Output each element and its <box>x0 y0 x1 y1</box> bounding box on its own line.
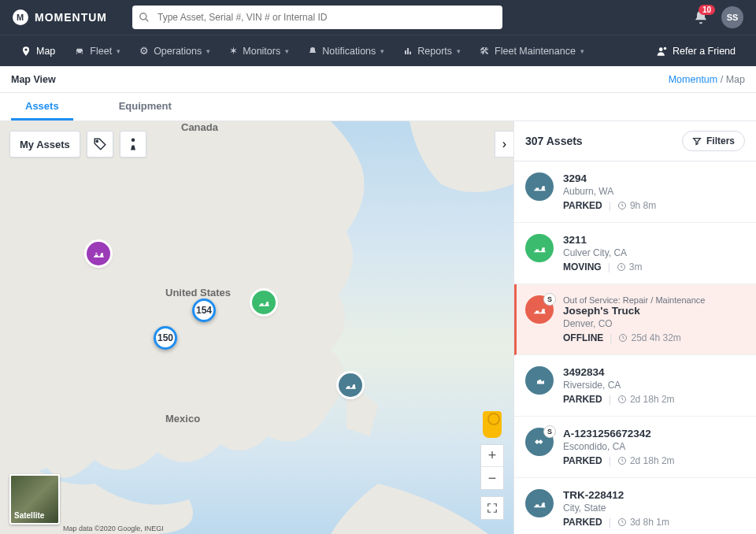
asset-status: PARKED <box>563 394 602 405</box>
nav-fleet[interactable]: Fleet▾ <box>66 41 128 61</box>
chevron-down-icon: ▾ <box>580 47 584 55</box>
notification-badge: 10 <box>699 5 715 15</box>
top-bar: M MOMENTUM 10 SS <box>0 0 756 35</box>
map-toolbar: My Assets <box>9 131 146 158</box>
asset-type-icon: S <box>525 428 554 456</box>
nav-notifications-label: Notifications <box>322 46 376 57</box>
asset-row[interactable]: SA-1231256672342Escondido, CAPARKED|2d 1… <box>514 417 756 478</box>
nav-notifications[interactable]: Notifications▾ <box>300 41 392 61</box>
map-cluster-154[interactable]: 154 <box>192 299 216 322</box>
zoom-out-button[interactable]: − <box>481 467 503 489</box>
nav-reports-label: Reports <box>417 46 452 57</box>
nav-monitors-label: Monitors <box>243 46 280 57</box>
svg-point-0 <box>140 13 146 20</box>
zoom-control: + − <box>480 444 504 490</box>
tab-equipment[interactable]: Equipment <box>105 93 186 121</box>
breadcrumb-root[interactable]: Momentum <box>669 74 718 85</box>
tag-filter-button[interactable] <box>87 131 113 158</box>
map-canvas[interactable]: Canada United States Mexico My Assets › … <box>0 121 513 534</box>
nav-operations-label: Operations <box>154 46 202 57</box>
asset-row[interactable]: 3211Culver City, CAMOVING|3m <box>514 223 756 284</box>
asset-location: Escondido, CA <box>563 441 745 452</box>
map-land-shape <box>0 121 513 534</box>
asset-status: PARKED <box>563 455 602 466</box>
asset-type-icon <box>525 366 554 395</box>
nav-operations[interactable]: ⚙ Operations▾ <box>132 40 218 61</box>
brand-logo[interactable]: M MOMENTUM <box>13 9 107 25</box>
svg-point-6 <box>664 46 667 50</box>
logo-mark-icon: M <box>13 9 28 25</box>
zoom-in-button[interactable]: + <box>481 445 503 467</box>
chevron-down-icon: ▾ <box>117 47 120 55</box>
map-cluster-150[interactable]: 150 <box>154 326 177 350</box>
satellite-label: Satellite <box>14 511 44 520</box>
page-title: Map View <box>11 74 56 85</box>
sub-header: Map View Momentum / Map <box>0 66 756 93</box>
nav-refer[interactable]: Refer a Friend <box>649 41 743 61</box>
collapse-sidebar-button[interactable]: › <box>495 131 513 158</box>
asset-status: MOVING <box>563 261 602 273</box>
asset-time: 3m <box>617 261 643 273</box>
tab-assets[interactable]: Assets <box>11 93 73 121</box>
nav-reports[interactable]: Reports▾ <box>395 41 469 61</box>
asset-status: PARKED <box>563 200 602 211</box>
asset-location: Denver, CO <box>563 318 745 329</box>
main-nav: Map Fleet▾ ⚙ Operations▾ ✶ Monitors▾ Not… <box>0 35 756 66</box>
operations-icon: ⚙ <box>139 45 149 57</box>
breadcrumb: Momentum / Map <box>669 74 745 85</box>
asset-time: 2d 18h 2m <box>617 394 675 405</box>
svg-point-8 <box>132 139 135 143</box>
nav-maintenance[interactable]: 🛠 Fleet Maintenance▾ <box>472 41 592 61</box>
street-view-pegman[interactable] <box>483 411 502 438</box>
asset-row[interactable]: TRK-228412City, StatePARKED|3d 8h 1m <box>514 478 756 534</box>
nav-monitors[interactable]: ✶ Monitors▾ <box>221 40 297 61</box>
chevron-down-icon: ▾ <box>457 47 461 55</box>
search-icon <box>139 12 150 23</box>
asset-name: Joseph's Truck <box>563 305 745 317</box>
asset-list[interactable]: 3294Auburn, WAPARKED|9h 8m3211Culver Cit… <box>514 161 756 534</box>
chevron-down-icon: ▾ <box>380 47 384 55</box>
svg-rect-4 <box>410 51 411 54</box>
search-input[interactable] <box>132 6 502 29</box>
worker-filter-button[interactable] <box>120 131 146 158</box>
asset-status: PARKED <box>563 517 602 528</box>
satellite-toggle[interactable]: Satellite <box>9 474 60 525</box>
asset-time: 25d 4h 32m <box>618 332 680 343</box>
asset-sidebar: 307 Assets Filters 3294Auburn, WAPARKED|… <box>513 121 756 534</box>
notifications-bell[interactable]: 10 <box>693 9 709 25</box>
map-marker-green[interactable] <box>252 291 276 314</box>
asset-type-icon <box>525 234 554 262</box>
chevron-down-icon: ▾ <box>206 47 210 55</box>
svg-point-5 <box>659 47 663 51</box>
status-dot-icon: S <box>543 293 556 306</box>
my-assets-button[interactable]: My Assets <box>9 131 80 158</box>
asset-name: 3211 <box>563 234 745 246</box>
monitors-icon: ✶ <box>229 45 238 57</box>
asset-name: 3294 <box>563 172 745 184</box>
asset-type-icon: S <box>525 295 554 324</box>
asset-row[interactable]: 3294Auburn, WAPARKED|9h 8m <box>514 161 756 223</box>
nav-map-label: Map <box>36 46 55 57</box>
user-avatar[interactable]: SS <box>721 6 743 28</box>
asset-time: 3d 8h 1m <box>617 517 669 528</box>
breadcrumb-current: Map <box>726 74 745 85</box>
filters-button[interactable]: Filters <box>682 131 745 151</box>
asset-time: 2d 18h 2m <box>617 455 675 466</box>
asset-location: Riverside, CA <box>563 380 745 391</box>
asset-name: A-1231256672342 <box>563 428 745 439</box>
chevron-down-icon: ▾ <box>285 47 289 55</box>
asset-row[interactable]: SOut of Service: Repair / MaintenanceJos… <box>514 284 756 355</box>
svg-rect-2 <box>405 50 406 54</box>
asset-count-title: 307 Assets <box>525 135 583 147</box>
map-marker-teal[interactable] <box>339 373 362 397</box>
tab-bar: Assets Equipment <box>0 93 756 121</box>
nav-map[interactable]: Map <box>13 41 63 61</box>
asset-location: Culver City, CA <box>563 247 745 258</box>
map-marker-purple[interactable] <box>87 242 110 265</box>
asset-name: TRK-228412 <box>563 489 745 501</box>
asset-time: 9h 8m <box>617 200 656 211</box>
fullscreen-button[interactable] <box>480 496 504 520</box>
asset-tag: Out of Service: Repair / Maintenance <box>563 295 745 305</box>
svg-point-7 <box>96 140 98 142</box>
asset-row[interactable]: 3492834Riverside, CAPARKED|2d 18h 2m <box>514 355 756 417</box>
